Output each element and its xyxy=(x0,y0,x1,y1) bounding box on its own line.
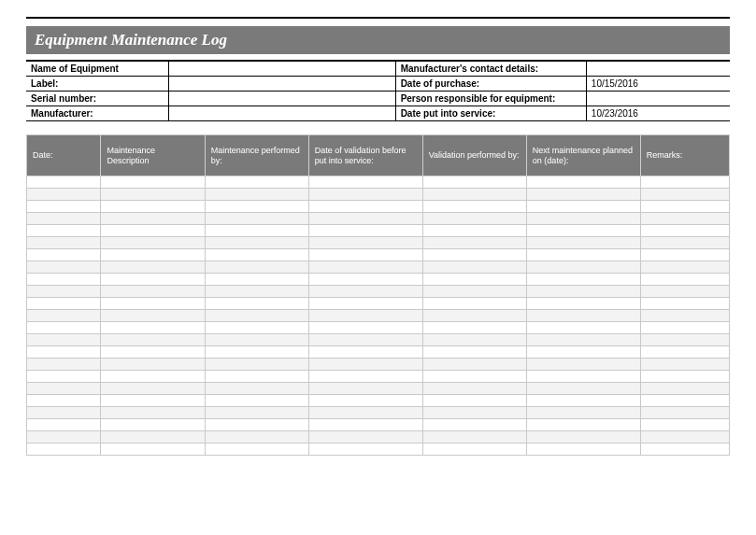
table-cell[interactable] xyxy=(423,419,527,431)
table-cell[interactable] xyxy=(27,189,101,201)
table-cell[interactable] xyxy=(641,310,730,322)
table-cell[interactable] xyxy=(309,225,423,237)
table-cell[interactable] xyxy=(309,237,423,249)
table-cell[interactable] xyxy=(309,431,423,443)
table-cell[interactable] xyxy=(27,322,101,334)
table-cell[interactable] xyxy=(641,407,730,419)
table-cell[interactable] xyxy=(641,274,730,286)
table-cell[interactable] xyxy=(27,201,101,213)
value-person-responsible[interactable] xyxy=(587,92,730,106)
table-cell[interactable] xyxy=(423,310,527,322)
table-cell[interactable] xyxy=(309,213,423,225)
table-cell[interactable] xyxy=(641,237,730,249)
table-cell[interactable] xyxy=(206,274,309,286)
table-cell[interactable] xyxy=(527,431,641,443)
table-cell[interactable] xyxy=(206,407,309,419)
table-cell[interactable] xyxy=(101,213,205,225)
value-label[interactable] xyxy=(169,77,396,92)
table-cell[interactable] xyxy=(309,322,423,334)
table-cell[interactable] xyxy=(27,443,101,456)
table-cell[interactable] xyxy=(527,371,641,383)
table-cell[interactable] xyxy=(309,395,423,407)
table-cell[interactable] xyxy=(206,359,309,371)
table-cell[interactable] xyxy=(27,383,101,395)
table-cell[interactable] xyxy=(309,189,423,201)
table-cell[interactable] xyxy=(423,407,527,419)
table-cell[interactable] xyxy=(101,237,205,249)
table-cell[interactable] xyxy=(423,286,527,298)
value-serial-number[interactable] xyxy=(169,92,396,106)
table-cell[interactable] xyxy=(527,359,641,371)
table-cell[interactable] xyxy=(27,298,101,310)
table-cell[interactable] xyxy=(641,334,730,346)
table-cell[interactable] xyxy=(423,225,527,237)
table-cell[interactable] xyxy=(206,286,309,298)
table-cell[interactable] xyxy=(101,395,205,407)
table-cell[interactable] xyxy=(641,176,730,189)
table-cell[interactable] xyxy=(101,201,205,213)
table-cell[interactable] xyxy=(423,176,527,189)
table-cell[interactable] xyxy=(206,395,309,407)
table-cell[interactable] xyxy=(27,407,101,419)
table-cell[interactable] xyxy=(309,298,423,310)
table-cell[interactable] xyxy=(27,431,101,443)
table-cell[interactable] xyxy=(101,371,205,383)
table-cell[interactable] xyxy=(309,371,423,383)
table-cell[interactable] xyxy=(27,395,101,407)
table-cell[interactable] xyxy=(641,189,730,201)
table-cell[interactable] xyxy=(27,237,101,249)
table-cell[interactable] xyxy=(641,298,730,310)
table-cell[interactable] xyxy=(309,407,423,419)
table-cell[interactable] xyxy=(423,261,527,274)
table-cell[interactable] xyxy=(101,310,205,322)
table-cell[interactable] xyxy=(101,249,205,261)
table-cell[interactable] xyxy=(423,346,527,359)
table-cell[interactable] xyxy=(206,310,309,322)
table-cell[interactable] xyxy=(423,249,527,261)
table-cell[interactable] xyxy=(641,213,730,225)
table-cell[interactable] xyxy=(206,334,309,346)
table-cell[interactable] xyxy=(309,249,423,261)
table-cell[interactable] xyxy=(101,334,205,346)
table-cell[interactable] xyxy=(641,371,730,383)
table-cell[interactable] xyxy=(101,407,205,419)
table-cell[interactable] xyxy=(206,189,309,201)
table-cell[interactable] xyxy=(27,213,101,225)
table-cell[interactable] xyxy=(206,346,309,359)
table-cell[interactable] xyxy=(641,322,730,334)
table-cell[interactable] xyxy=(206,419,309,431)
table-cell[interactable] xyxy=(527,298,641,310)
table-cell[interactable] xyxy=(423,322,527,334)
table-cell[interactable] xyxy=(101,431,205,443)
table-cell[interactable] xyxy=(641,286,730,298)
table-cell[interactable] xyxy=(206,383,309,395)
table-cell[interactable] xyxy=(101,286,205,298)
table-cell[interactable] xyxy=(423,431,527,443)
table-cell[interactable] xyxy=(206,213,309,225)
table-cell[interactable] xyxy=(27,176,101,189)
table-cell[interactable] xyxy=(206,371,309,383)
table-cell[interactable] xyxy=(641,383,730,395)
table-cell[interactable] xyxy=(27,346,101,359)
table-cell[interactable] xyxy=(309,346,423,359)
table-cell[interactable] xyxy=(527,407,641,419)
table-cell[interactable] xyxy=(641,419,730,431)
table-cell[interactable] xyxy=(206,298,309,310)
table-cell[interactable] xyxy=(27,334,101,346)
table-cell[interactable] xyxy=(27,225,101,237)
table-cell[interactable] xyxy=(101,419,205,431)
table-cell[interactable] xyxy=(527,395,641,407)
table-cell[interactable] xyxy=(527,249,641,261)
table-cell[interactable] xyxy=(101,274,205,286)
table-cell[interactable] xyxy=(527,443,641,456)
table-cell[interactable] xyxy=(206,443,309,456)
value-date-of-purchase[interactable]: 10/15/2016 xyxy=(587,77,730,92)
table-cell[interactable] xyxy=(641,431,730,443)
table-cell[interactable] xyxy=(27,274,101,286)
table-cell[interactable] xyxy=(641,261,730,274)
table-cell[interactable] xyxy=(423,334,527,346)
value-manufacturer-contact[interactable] xyxy=(587,62,730,77)
table-cell[interactable] xyxy=(309,383,423,395)
table-cell[interactable] xyxy=(527,383,641,395)
value-date-put-into-service[interactable]: 10/23/2016 xyxy=(587,106,730,121)
